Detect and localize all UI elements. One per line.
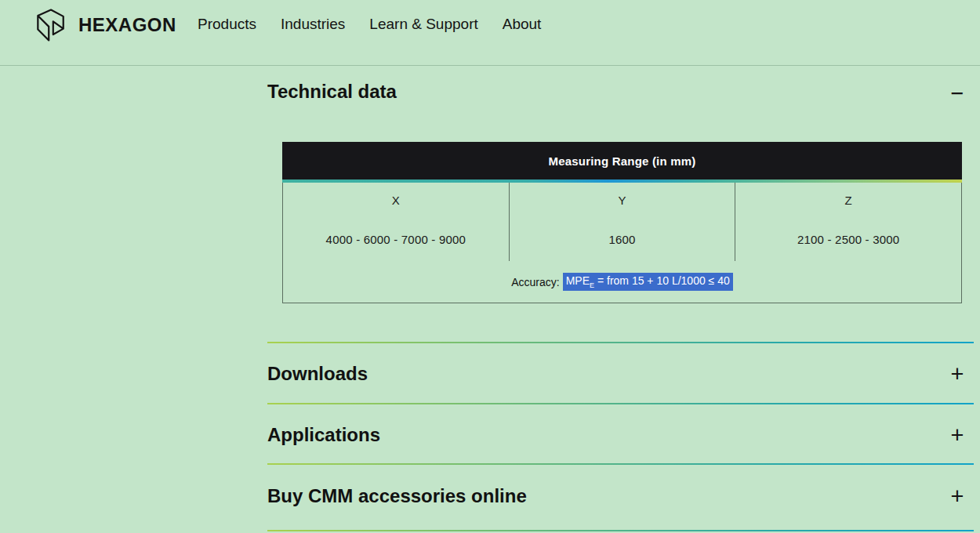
axis-range-z: 2100 - 2500 - 3000 bbox=[735, 233, 961, 246]
accordion-buy-cmm-accessories-label: Buy CMM accessories online bbox=[267, 484, 527, 508]
axis-label-z: Z bbox=[735, 194, 961, 207]
table-column-y: Y 1600 bbox=[509, 183, 735, 261]
section-divider bbox=[267, 530, 974, 531]
technical-data-heading[interactable]: Technical data bbox=[267, 80, 397, 103]
section-divider bbox=[267, 342, 974, 343]
brand-wordmark: HEXAGON bbox=[78, 14, 176, 36]
accordion-applications-label: Applications bbox=[267, 423, 380, 447]
hexagon-logo[interactable]: HEXAGON bbox=[31, 5, 176, 45]
axis-range-y: 1600 bbox=[510, 233, 735, 246]
expand-downloads-button[interactable]: + bbox=[943, 362, 971, 386]
table-column-z: Z 2100 - 2500 - 3000 bbox=[735, 183, 961, 261]
axis-label-x: X bbox=[283, 194, 509, 207]
nav-item-industries[interactable]: Industries bbox=[281, 16, 345, 33]
nav-item-about[interactable]: About bbox=[503, 16, 542, 33]
top-navbar: HEXAGON Products Industries Learn & Supp… bbox=[0, 0, 980, 66]
accordion-downloads[interactable]: Downloads + bbox=[267, 362, 974, 386]
accuracy-row: Accuracy: MPEE = from 15 + 10 L/1000 ≤ 4… bbox=[283, 261, 961, 303]
measuring-range-table: Measuring Range (in mm) X 4000 - 6000 - … bbox=[282, 142, 962, 303]
hexagon-logo-icon bbox=[31, 6, 71, 44]
nav-links: Products Industries Learn & Support Abou… bbox=[198, 0, 541, 49]
expand-applications-button[interactable]: + bbox=[943, 423, 971, 447]
accordion-downloads-label: Downloads bbox=[267, 362, 368, 386]
nav-item-learn-support[interactable]: Learn & Support bbox=[369, 16, 477, 33]
accordion-buy-cmm-accessories[interactable]: Buy CMM accessories online + bbox=[267, 484, 974, 508]
accordion-applications[interactable]: Applications + bbox=[267, 423, 974, 447]
axis-label-y: Y bbox=[510, 194, 735, 207]
collapse-technical-data-button[interactable]: − bbox=[943, 82, 971, 105]
accuracy-label: Accuracy: bbox=[511, 276, 559, 288]
nav-item-products[interactable]: Products bbox=[198, 16, 256, 33]
accuracy-formula-selected-text: MPEE = from 15 + 10 L/1000 ≤ 40 bbox=[563, 273, 733, 291]
page: HEXAGON Products Industries Learn & Supp… bbox=[0, 0, 980, 533]
section-divider bbox=[267, 403, 974, 404]
axis-range-x: 4000 - 6000 - 7000 - 9000 bbox=[283, 233, 509, 246]
table-body: X 4000 - 6000 - 7000 - 9000 Y 1600 Z 210… bbox=[282, 183, 962, 303]
table-column-x: X 4000 - 6000 - 7000 - 9000 bbox=[283, 183, 509, 261]
section-divider bbox=[267, 463, 974, 465]
table-header: Measuring Range (in mm) bbox=[282, 142, 962, 179]
expand-buy-cmm-accessories-button[interactable]: + bbox=[943, 484, 971, 508]
